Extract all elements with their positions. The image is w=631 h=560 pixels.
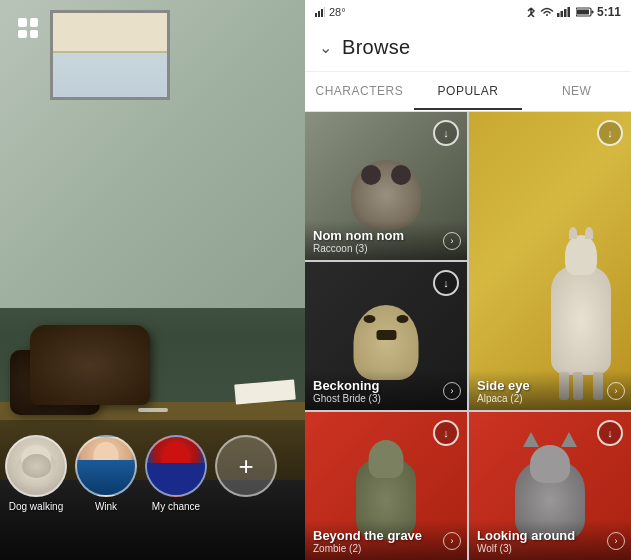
zombie-name: Beyond the grave [313, 528, 459, 543]
alpaca-name: Side eye [477, 378, 623, 393]
bag-large [30, 325, 150, 405]
carousel-label-dog: Dog walking [9, 501, 63, 512]
ghost-illustration [354, 305, 419, 380]
svg-rect-7 [567, 7, 570, 17]
download-raccoon-button[interactable]: ↓ [433, 120, 459, 146]
raccoon-name: Nom nom nom [313, 228, 459, 243]
clock: 5:11 [597, 5, 621, 19]
svg-rect-5 [560, 11, 563, 17]
wifi-icon [540, 7, 554, 17]
download-ghost-button[interactable]: ↓ [433, 270, 459, 296]
svg-rect-2 [321, 9, 323, 17]
svg-rect-3 [324, 7, 325, 17]
raccoon-arrow-icon: › [443, 232, 461, 250]
alpaca-head [565, 235, 597, 275]
zombie-arrow-icon: › [443, 532, 461, 550]
paper [234, 379, 296, 404]
svg-rect-6 [564, 9, 567, 17]
alpaca-ear-left [569, 227, 577, 239]
alpaca-sub: Alpaca (2) [477, 393, 623, 404]
avatar-more: + [215, 435, 277, 497]
tabs-row: CHARACTERS POPULAR NEW [305, 72, 631, 112]
browse-title: Browse [342, 36, 411, 59]
status-left: 28° [315, 6, 346, 18]
ghost-arrow-icon: › [443, 382, 461, 400]
carousel-label-more: . [245, 501, 248, 512]
alpaca-arrow-icon: › [607, 382, 625, 400]
svg-rect-9 [577, 10, 589, 15]
signal-bars-icon [557, 7, 573, 17]
grid-icon [18, 18, 38, 38]
ghost-sub: Ghost Bride (3) [313, 393, 459, 404]
carousel-item-more[interactable]: + . [215, 435, 277, 512]
status-right: 5:11 [525, 5, 621, 19]
temperature: 28° [329, 6, 346, 18]
avatar-woman [75, 435, 137, 497]
character-carousel: Dog walking Wink My chance + . [0, 420, 305, 560]
bluetooth-icon [525, 7, 537, 17]
window [50, 10, 170, 100]
carousel-label-spiderman: My chance [152, 501, 200, 512]
tab-new[interactable]: NEW [522, 74, 631, 110]
avatar-spiderman [145, 435, 207, 497]
wolf-arrow-icon: › [607, 532, 625, 550]
carousel-item-spiderman[interactable]: My chance [145, 435, 207, 512]
grid-item-wolf[interactable]: ↓ Looking around Wolf (3) › [469, 412, 631, 560]
wolf-sub: Wolf (3) [477, 543, 623, 554]
svg-rect-4 [557, 13, 560, 17]
ghost-name: Beckoning [313, 378, 459, 393]
status-bar: 28° 5:11 [305, 0, 631, 24]
tab-popular[interactable]: POPULAR [414, 74, 523, 110]
grid-item-ghost[interactable]: ↓ Beckoning Ghost Bride (3) › [305, 262, 467, 410]
grid-item-raccoon[interactable]: ↓ Nom nom nom Raccoon (3) › [305, 112, 467, 260]
browse-header: ⌄ Browse [305, 24, 631, 72]
alpaca-body [551, 265, 611, 375]
svg-rect-1 [318, 11, 320, 17]
tab-characters[interactable]: CHARACTERS [305, 74, 414, 110]
camera-panel: Dog walking Wink My chance + . [0, 0, 305, 560]
window-blind [53, 13, 167, 53]
grid-item-alpaca[interactable]: ↓ Side eye Alpaca (2) › [469, 112, 631, 410]
carousel-item-wink[interactable]: Wink [75, 435, 137, 512]
download-wolf-button[interactable]: ↓ [597, 420, 623, 446]
browse-grid: ↓ Nom nom nom Raccoon (3) › ↓ Side eye [305, 112, 631, 560]
raccoon-sub: Raccoon (3) [313, 243, 459, 254]
carousel-label-wink: Wink [95, 501, 117, 512]
svg-rect-10 [591, 11, 593, 14]
browse-panel: 28° 5:11 ⌄ [305, 0, 631, 560]
chevron-down-icon[interactable]: ⌄ [319, 38, 332, 57]
battery-icon [576, 7, 594, 17]
download-alpaca-button[interactable]: ↓ [597, 120, 623, 146]
zombie-sub: Zombie (2) [313, 543, 459, 554]
svg-rect-0 [315, 13, 317, 17]
carousel-item-dog[interactable]: Dog walking [5, 435, 67, 512]
wolf-name: Looking around [477, 528, 623, 543]
signal-icon [315, 7, 325, 17]
grid-item-zombie[interactable]: ↓ Beyond the grave Zombie (2) › [305, 412, 467, 560]
alpaca-ear-right [585, 227, 593, 239]
app-icon[interactable] [12, 12, 44, 44]
scroll-indicator [138, 408, 168, 412]
download-zombie-button[interactable]: ↓ [433, 420, 459, 446]
avatar-dog [5, 435, 67, 497]
